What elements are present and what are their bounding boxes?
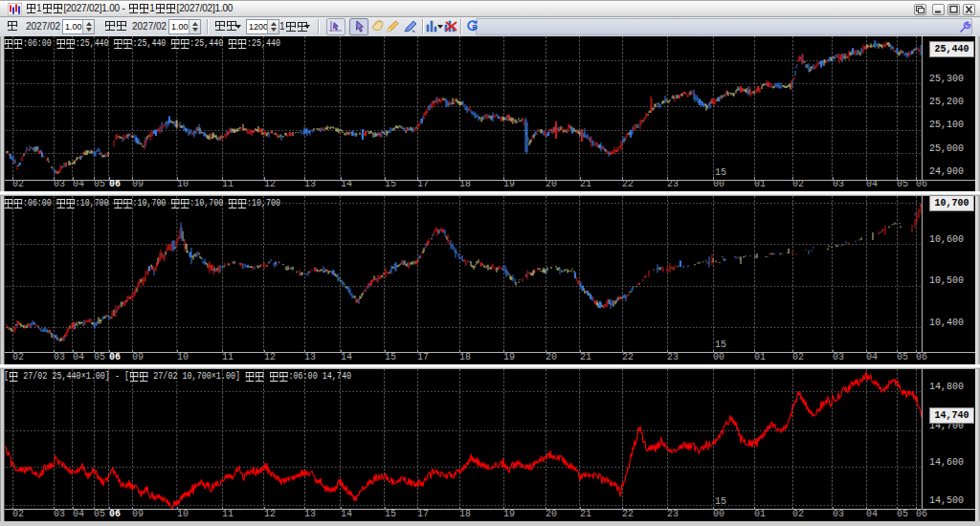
- svg-text:R: R: [473, 24, 478, 31]
